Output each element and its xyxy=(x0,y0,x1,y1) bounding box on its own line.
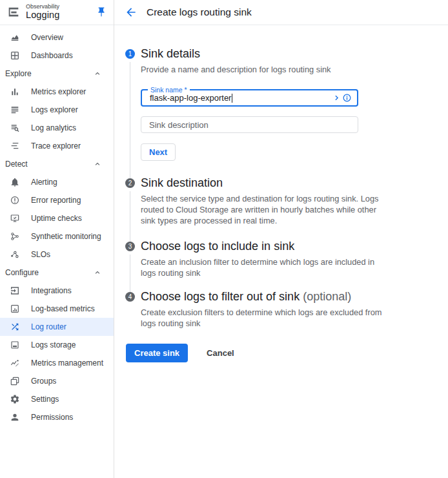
step-description: Provide a name and description for logs … xyxy=(141,64,382,75)
sidebar-item-label: Error reporting xyxy=(31,196,81,205)
error-reporting-icon xyxy=(9,195,20,206)
sidebar-item-logs-explorer[interactable]: Logs explorer xyxy=(0,101,114,119)
sidebar-section-configure[interactable]: Configure xyxy=(0,264,114,282)
trace-explorer-icon xyxy=(9,141,20,152)
sidebar-item-metrics-explorer[interactable]: Metrics explorer xyxy=(0,83,114,101)
sidebar-item-label: Uptime checks xyxy=(31,214,82,223)
sidebar-item-label: Log-based metrics xyxy=(31,304,95,313)
sidebar-item-log-router[interactable]: Log router xyxy=(0,318,114,336)
metrics-explorer-icon xyxy=(9,87,20,98)
sidebar-item-trace-explorer[interactable]: Trace explorer xyxy=(0,137,114,155)
overview-icon xyxy=(9,32,20,43)
page-title: Create logs routing sink xyxy=(147,6,252,18)
create-sink-form: 1 Sink details Provide a name and descri… xyxy=(114,25,448,362)
chevron-right-icon[interactable] xyxy=(332,94,341,102)
metrics-management-icon xyxy=(9,358,20,369)
sidebar-item-metrics-management[interactable]: Metrics management xyxy=(0,354,114,372)
sidebar-item-alerting[interactable]: Alerting xyxy=(0,173,114,191)
sidebar-item-error-reporting[interactable]: Error reporting xyxy=(0,191,114,209)
permissions-icon xyxy=(9,412,20,423)
sidebar-item-permissions[interactable]: Permissions xyxy=(0,408,114,426)
pin-icon[interactable] xyxy=(96,6,107,18)
sidebar-item-label: Metrics management xyxy=(31,358,103,368)
sidebar-item-label: Settings xyxy=(31,395,59,404)
sidebar-item-label: SLOs xyxy=(31,250,50,259)
step-description: Create an inclusion filter to determine … xyxy=(141,256,382,278)
log-based-metrics-icon xyxy=(9,304,20,315)
step-title: Sink details xyxy=(141,47,448,61)
sidebar-item-dashboards[interactable]: Dashboards xyxy=(0,47,114,65)
page-root: Observability Logging Overview Dashboard… xyxy=(0,0,448,478)
dashboards-icon xyxy=(9,50,20,61)
cancel-button[interactable]: Cancel xyxy=(199,344,242,362)
create-sink-button[interactable]: Create sink xyxy=(126,344,188,362)
sidebar-item-synthetic-monitoring[interactable]: Synthetic monitoring xyxy=(0,227,114,245)
sidebar-item-label: Synthetic monitoring xyxy=(31,232,101,241)
groups-icon xyxy=(9,376,20,387)
sidebar-item-label: Trace explorer xyxy=(31,141,81,151)
sidebar-item-label: Groups xyxy=(31,377,56,386)
section-label: Configure xyxy=(5,268,39,277)
sidebar-item-label: Permissions xyxy=(31,413,73,422)
step-title-text: Choose logs to filter out of sink xyxy=(141,290,300,303)
sidebar-item-groups[interactable]: Groups xyxy=(0,372,114,390)
log-analytics-icon xyxy=(9,123,20,134)
chevron-up-icon xyxy=(93,268,102,277)
step-description: Create exclusion filters to determine wh… xyxy=(141,307,382,329)
sidebar: Observability Logging Overview Dashboard… xyxy=(0,0,114,478)
settings-icon xyxy=(9,394,20,405)
sidebar-item-logs-storage[interactable]: Logs storage xyxy=(0,336,114,354)
log-router-icon xyxy=(9,322,20,333)
integrations-icon xyxy=(9,286,20,296)
sink-name-input[interactable]: Sink name * flask-app-log-exporter xyxy=(141,89,358,107)
step-title: Choose logs to filter out of sink (optio… xyxy=(141,289,448,304)
next-button[interactable]: Next xyxy=(141,143,176,161)
sidebar-item-slos[interactable]: SLOs xyxy=(0,245,114,264)
sidebar-nav: Overview Dashboards Explore Metrics expl… xyxy=(0,25,114,426)
chevron-up-icon xyxy=(93,160,102,169)
sidebar-item-label: Overview xyxy=(31,33,63,42)
sidebar-item-settings[interactable]: Settings xyxy=(0,390,114,408)
step-sink-details: 1 Sink details Provide a name and descri… xyxy=(125,47,448,176)
sidebar-item-integrations[interactable]: Integrations xyxy=(0,282,114,300)
sidebar-section-detect[interactable]: Detect xyxy=(0,155,114,173)
step-title: Choose logs to include in sink xyxy=(141,239,448,254)
logs-explorer-icon xyxy=(9,105,20,116)
section-label: Explore xyxy=(5,69,32,78)
step-number-badge: 4 xyxy=(125,292,135,302)
sidebar-title: Observability Logging xyxy=(26,4,96,21)
sidebar-item-label: Logs storage xyxy=(31,340,76,349)
synthetic-monitoring-icon xyxy=(9,231,20,242)
info-icon[interactable] xyxy=(342,93,352,103)
main-panel: Create logs routing sink 1 Sink details … xyxy=(114,0,448,478)
sidebar-header: Observability Logging xyxy=(0,0,114,25)
sidebar-item-label: Log router xyxy=(31,322,66,331)
step-description: Select the service type and destination … xyxy=(141,193,382,226)
step-number-badge: 1 xyxy=(125,49,135,59)
sidebar-item-label: Metrics explorer xyxy=(31,87,86,96)
alerting-icon xyxy=(9,177,20,188)
uptime-checks-icon xyxy=(9,213,20,224)
step-number-badge: 3 xyxy=(125,242,135,251)
logging-logo-icon xyxy=(6,5,21,19)
sidebar-section-explore[interactable]: Explore xyxy=(0,65,114,83)
sidebar-item-log-analytics[interactable]: Log analytics xyxy=(0,119,114,137)
sidebar-item-label: Integrations xyxy=(31,286,72,295)
sidebar-item-log-based-metrics[interactable]: Log-based metrics xyxy=(0,300,114,318)
logs-storage-icon xyxy=(9,340,20,351)
arrow-back-icon xyxy=(125,6,137,19)
step-number-badge: 2 xyxy=(125,178,135,188)
sidebar-item-overview[interactable]: Overview xyxy=(0,28,114,47)
step-title-optional: (optional) xyxy=(300,290,351,303)
form-actions: Create sink Cancel xyxy=(126,344,448,362)
step-exclude-logs: 4 Choose logs to filter out of sink (opt… xyxy=(125,289,448,329)
section-label: Detect xyxy=(5,160,28,169)
sidebar-item-label: Logs explorer xyxy=(31,105,78,114)
chevron-up-icon xyxy=(93,69,102,78)
sink-description-input[interactable] xyxy=(141,116,358,133)
back-button[interactable] xyxy=(124,5,138,19)
step-sink-destination: 2 Sink destination Select the service ty… xyxy=(125,176,448,239)
sidebar-item-uptime-checks[interactable]: Uptime checks xyxy=(0,209,114,227)
sidebar-item-label: Alerting xyxy=(31,178,57,187)
appbar: Create logs routing sink xyxy=(114,0,448,25)
